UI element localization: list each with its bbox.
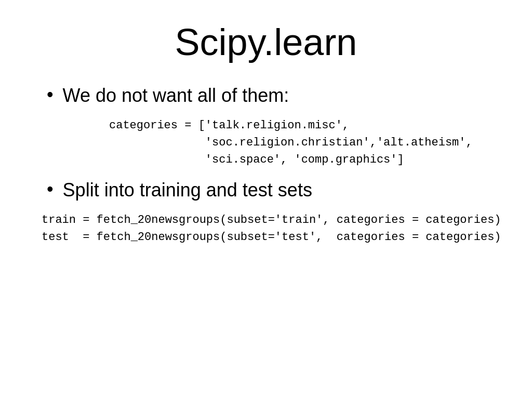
bullet-section-2: • Split into training and test sets bbox=[47, 179, 506, 201]
code-block-categories: categories = ['talk.religion.misc', 'soc… bbox=[109, 117, 506, 168]
code-block-fetch: train = fetch_20newsgroups(subset='train… bbox=[42, 211, 506, 246]
bullet-text-2: Split into training and test sets bbox=[63, 179, 312, 201]
bullet-dot-1: • bbox=[47, 84, 54, 105]
bullet-section-1: • We do not want all of them: categories… bbox=[47, 84, 506, 168]
bullet-dot-2: • bbox=[47, 179, 54, 200]
bullet-text-1: We do not want all of them: bbox=[63, 84, 289, 107]
page: Scipy.learn • We do not want all of them… bbox=[0, 0, 532, 399]
bullet-item-2: • Split into training and test sets bbox=[47, 179, 506, 201]
bullet-item-1: • We do not want all of them: bbox=[47, 84, 506, 107]
page-title: Scipy.learn bbox=[26, 21, 506, 63]
